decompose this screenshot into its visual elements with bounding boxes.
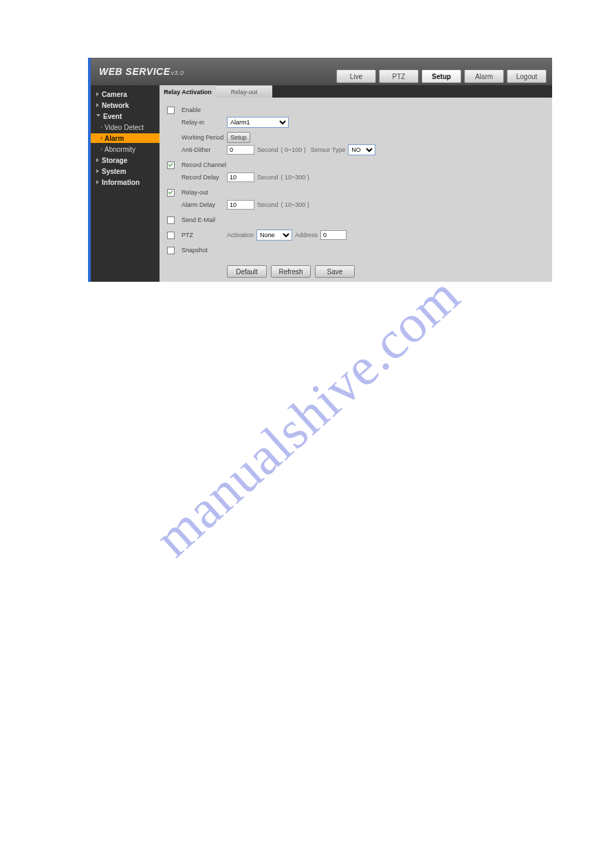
nav-setup[interactable]: Setup bbox=[421, 69, 461, 83]
range-10-300-b: ( 10~300 ) bbox=[281, 201, 309, 208]
record-channel-checkbox[interactable] bbox=[167, 162, 175, 169]
sidebar-video-detect-label: Video Detect bbox=[105, 124, 144, 131]
second-unit-2: Second bbox=[257, 174, 278, 181]
top-nav: Live PTZ Setup Alarm Logout bbox=[336, 60, 547, 83]
relay-out-checkbox[interactable] bbox=[167, 189, 175, 197]
sensor-type-label: Sensor Type bbox=[311, 146, 345, 153]
sidebar-system-label: System bbox=[102, 168, 127, 175]
sidebar-video-detect[interactable]: ›Video Detect bbox=[91, 122, 160, 132]
nav-alarm[interactable]: Alarm bbox=[464, 69, 504, 83]
sidebar-camera-label: Camera bbox=[102, 91, 127, 98]
nav-ptz[interactable]: PTZ bbox=[379, 69, 419, 83]
sidebar-storage[interactable]: Storage bbox=[91, 155, 160, 165]
activation-select[interactable]: None bbox=[256, 230, 292, 241]
snapshot-checkbox[interactable] bbox=[167, 247, 175, 254]
sidebar-camera[interactable]: Camera bbox=[91, 89, 160, 99]
sidebar-event[interactable]: Event bbox=[91, 111, 160, 121]
relay-out-label: Relay-out bbox=[182, 189, 227, 196]
save-button[interactable]: Save bbox=[315, 265, 355, 278]
activation-label: Activation bbox=[227, 232, 254, 238]
chevron-icon: › bbox=[100, 146, 102, 153]
content: Relay Activation Relay-out Enable Relay-… bbox=[160, 85, 552, 282]
watermark: manualshive.com bbox=[142, 264, 472, 569]
relay-in-label: Relay-in bbox=[182, 119, 227, 126]
tab-relay-activation[interactable]: Relay Activation bbox=[160, 85, 216, 98]
relay-in-select[interactable]: Alarm1 bbox=[227, 117, 289, 128]
arrow-icon bbox=[96, 158, 99, 162]
enable-checkbox[interactable] bbox=[167, 107, 175, 114]
nav-live[interactable]: Live bbox=[336, 69, 376, 83]
arrow-icon bbox=[96, 92, 99, 96]
second-unit-3: Second bbox=[257, 201, 278, 208]
sidebar-event-label: Event bbox=[103, 113, 122, 120]
sidebar-system[interactable]: System bbox=[91, 166, 160, 176]
working-period-label: Working Period bbox=[182, 134, 227, 141]
anti-dither-label: Anti-Dither bbox=[182, 146, 227, 153]
send-email-checkbox[interactable] bbox=[167, 216, 175, 224]
sidebar-storage-label: Storage bbox=[102, 157, 127, 164]
range-10-300: ( 10~300 ) bbox=[281, 174, 309, 181]
chevron-icon: › bbox=[100, 124, 102, 131]
send-email-label: Send E-Mail bbox=[182, 216, 227, 223]
ptz-label: PTZ bbox=[182, 232, 227, 238]
enable-label: Enable bbox=[182, 107, 227, 113]
sidebar-alarm[interactable]: ›Alarm bbox=[91, 133, 160, 143]
alarm-delay-input[interactable] bbox=[227, 200, 254, 210]
sidebar-alarm-label: Alarm bbox=[105, 135, 124, 142]
record-delay-label: Record Delay bbox=[182, 174, 227, 181]
address-label: Address bbox=[295, 232, 318, 238]
form: Enable Relay-in Alarm1 Working Period bbox=[160, 98, 552, 278]
tab-relay-out[interactable]: Relay-out bbox=[216, 85, 272, 98]
alarm-delay-label: Alarm Delay bbox=[182, 201, 227, 208]
setup-button[interactable]: Setup bbox=[227, 132, 250, 143]
refresh-button[interactable]: Refresh bbox=[271, 265, 311, 278]
chevron-icon: › bbox=[100, 135, 102, 142]
sidebar: Camera Network Event ›Video Detect ›Alar… bbox=[91, 85, 160, 282]
arrow-icon bbox=[96, 103, 99, 107]
sidebar-network-label: Network bbox=[102, 102, 129, 109]
brand-text: WEB SERVICE bbox=[99, 66, 171, 77]
ptz-checkbox[interactable] bbox=[167, 232, 175, 239]
logo: WEB SERVICEv3.0 bbox=[99, 66, 184, 77]
sidebar-information[interactable]: Information bbox=[91, 177, 160, 187]
arrow-down-icon bbox=[96, 114, 100, 119]
second-unit: Second bbox=[257, 146, 278, 153]
default-button[interactable]: Default bbox=[227, 265, 267, 278]
sidebar-information-label: Information bbox=[102, 179, 140, 186]
arrow-icon bbox=[96, 169, 99, 173]
sidebar-abnormity-label: Abnormity bbox=[105, 146, 135, 153]
record-delay-input[interactable] bbox=[227, 173, 254, 182]
arrow-icon bbox=[96, 180, 99, 184]
body: Camera Network Event ›Video Detect ›Alar… bbox=[91, 85, 552, 282]
record-channel-label: Record Channel bbox=[182, 162, 227, 168]
range-0-100: ( 0~100 ) bbox=[281, 146, 306, 153]
nav-logout[interactable]: Logout bbox=[507, 69, 547, 83]
address-input[interactable] bbox=[320, 230, 347, 240]
version-text: v3.0 bbox=[171, 69, 184, 76]
anti-dither-input[interactable] bbox=[227, 145, 254, 155]
header: WEB SERVICEv3.0 Live PTZ Setup Alarm Log… bbox=[91, 58, 552, 85]
sidebar-network[interactable]: Network bbox=[91, 100, 160, 110]
sensor-type-select[interactable]: NO bbox=[348, 144, 375, 155]
tab-row: Relay Activation Relay-out bbox=[160, 85, 552, 98]
button-row: Default Refresh Save bbox=[227, 265, 552, 278]
snapshot-label: Snapshot bbox=[182, 247, 227, 254]
sidebar-abnormity[interactable]: ›Abnormity bbox=[91, 144, 160, 154]
app-window: WEB SERVICEv3.0 Live PTZ Setup Alarm Log… bbox=[88, 58, 552, 282]
